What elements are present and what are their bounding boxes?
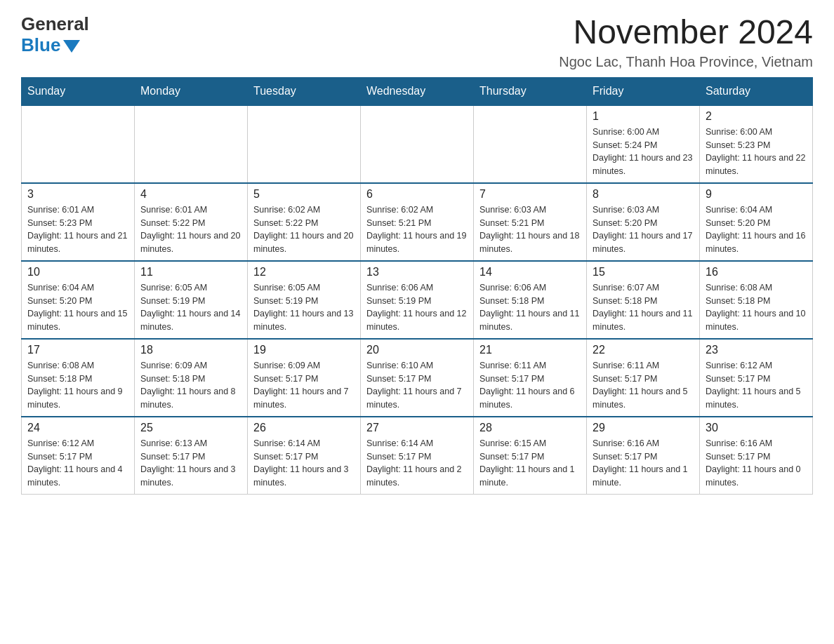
day-number: 30 — [706, 422, 807, 434]
calendar-cell: 15Sunrise: 6:07 AM Sunset: 5:18 PM Dayli… — [587, 261, 700, 339]
day-number: 1 — [593, 110, 694, 123]
day-info: Sunrise: 6:04 AM Sunset: 5:20 PM Dayligh… — [706, 203, 807, 256]
day-number: 21 — [479, 344, 581, 356]
logo: General Blue — [21, 14, 89, 56]
day-number: 15 — [593, 266, 694, 279]
calendar-cell: 3Sunrise: 6:01 AM Sunset: 5:23 PM Daylig… — [22, 183, 135, 261]
day-info: Sunrise: 6:03 AM Sunset: 5:21 PM Dayligh… — [479, 203, 581, 256]
calendar-cell: 11Sunrise: 6:05 AM Sunset: 5:19 PM Dayli… — [135, 261, 248, 339]
days-header-row: SundayMondayTuesdayWednesdayThursdayFrid… — [22, 77, 813, 105]
day-number: 6 — [366, 188, 468, 201]
week-row-3: 10Sunrise: 6:04 AM Sunset: 5:20 PM Dayli… — [22, 261, 813, 339]
day-number: 14 — [479, 266, 581, 279]
day-number: 10 — [27, 266, 128, 279]
day-number: 5 — [253, 188, 355, 201]
calendar-cell: 28Sunrise: 6:15 AM Sunset: 5:17 PM Dayli… — [474, 417, 587, 495]
day-info: Sunrise: 6:14 AM Sunset: 5:17 PM Dayligh… — [366, 437, 468, 490]
day-number: 29 — [593, 422, 694, 434]
day-info: Sunrise: 6:08 AM Sunset: 5:18 PM Dayligh… — [27, 359, 128, 412]
calendar-cell: 21Sunrise: 6:11 AM Sunset: 5:17 PM Dayli… — [474, 339, 587, 417]
calendar-cell: 9Sunrise: 6:04 AM Sunset: 5:20 PM Daylig… — [700, 183, 813, 261]
day-info: Sunrise: 6:06 AM Sunset: 5:18 PM Dayligh… — [479, 281, 581, 334]
day-info: Sunrise: 6:06 AM Sunset: 5:19 PM Dayligh… — [366, 281, 468, 334]
day-number: 18 — [140, 344, 241, 356]
calendar-cell: 16Sunrise: 6:08 AM Sunset: 5:18 PM Dayli… — [700, 261, 813, 339]
calendar-cell — [22, 105, 135, 183]
calendar-cell: 24Sunrise: 6:12 AM Sunset: 5:17 PM Dayli… — [22, 417, 135, 495]
calendar-cell — [474, 105, 587, 183]
day-header-monday: Monday — [135, 77, 248, 105]
calendar-cell: 22Sunrise: 6:11 AM Sunset: 5:17 PM Dayli… — [587, 339, 700, 417]
day-number: 2 — [706, 110, 807, 123]
day-number: 8 — [593, 188, 694, 201]
day-header-friday: Friday — [587, 77, 700, 105]
title-area: November 2024 Ngoc Lac, Thanh Hoa Provin… — [559, 14, 813, 70]
day-number: 23 — [706, 344, 807, 356]
day-number: 25 — [140, 422, 241, 434]
day-info: Sunrise: 6:09 AM Sunset: 5:17 PM Dayligh… — [253, 359, 355, 412]
day-header-tuesday: Tuesday — [248, 77, 361, 105]
day-info: Sunrise: 6:01 AM Sunset: 5:22 PM Dayligh… — [140, 203, 241, 256]
calendar-cell: 29Sunrise: 6:16 AM Sunset: 5:17 PM Dayli… — [587, 417, 700, 495]
day-number: 12 — [253, 266, 355, 279]
week-row-4: 17Sunrise: 6:08 AM Sunset: 5:18 PM Dayli… — [22, 339, 813, 417]
day-info: Sunrise: 6:09 AM Sunset: 5:18 PM Dayligh… — [140, 359, 241, 412]
calendar-cell: 30Sunrise: 6:16 AM Sunset: 5:17 PM Dayli… — [700, 417, 813, 495]
calendar-cell: 10Sunrise: 6:04 AM Sunset: 5:20 PM Dayli… — [22, 261, 135, 339]
day-number: 16 — [706, 266, 807, 279]
day-info: Sunrise: 6:00 AM Sunset: 5:23 PM Dayligh… — [706, 126, 807, 178]
day-info: Sunrise: 6:04 AM Sunset: 5:20 PM Dayligh… — [27, 281, 128, 334]
day-info: Sunrise: 6:07 AM Sunset: 5:18 PM Dayligh… — [593, 281, 694, 334]
header: General Blue November 2024 Ngoc Lac, Tha… — [21, 14, 813, 70]
day-number: 3 — [27, 188, 128, 201]
day-number: 11 — [140, 266, 241, 279]
day-number: 26 — [253, 422, 355, 434]
day-info: Sunrise: 6:13 AM Sunset: 5:17 PM Dayligh… — [140, 437, 241, 490]
calendar-cell: 19Sunrise: 6:09 AM Sunset: 5:17 PM Dayli… — [248, 339, 361, 417]
calendar-cell: 14Sunrise: 6:06 AM Sunset: 5:18 PM Dayli… — [474, 261, 587, 339]
calendar-cell: 1Sunrise: 6:00 AM Sunset: 5:24 PM Daylig… — [587, 105, 700, 183]
day-info: Sunrise: 6:02 AM Sunset: 5:21 PM Dayligh… — [366, 203, 468, 256]
logo-blue-text: Blue — [21, 34, 60, 56]
calendar-cell: 23Sunrise: 6:12 AM Sunset: 5:17 PM Dayli… — [700, 339, 813, 417]
location-title: Ngoc Lac, Thanh Hoa Province, Vietnam — [559, 54, 813, 70]
calendar-table: SundayMondayTuesdayWednesdayThursdayFrid… — [21, 77, 813, 495]
calendar-cell: 18Sunrise: 6:09 AM Sunset: 5:18 PM Dayli… — [135, 339, 248, 417]
day-number: 22 — [593, 344, 694, 356]
day-info: Sunrise: 6:05 AM Sunset: 5:19 PM Dayligh… — [253, 281, 355, 334]
day-info: Sunrise: 6:05 AM Sunset: 5:19 PM Dayligh… — [140, 281, 241, 334]
calendar-cell: 2Sunrise: 6:00 AM Sunset: 5:23 PM Daylig… — [700, 105, 813, 183]
calendar-cell — [135, 105, 248, 183]
day-number: 17 — [27, 344, 128, 356]
day-number: 20 — [366, 344, 468, 356]
calendar-cell: 26Sunrise: 6:14 AM Sunset: 5:17 PM Dayli… — [248, 417, 361, 495]
calendar-cell — [248, 105, 361, 183]
day-number: 19 — [253, 344, 355, 356]
day-number: 28 — [479, 422, 581, 434]
day-info: Sunrise: 6:16 AM Sunset: 5:17 PM Dayligh… — [706, 437, 807, 490]
calendar-cell: 17Sunrise: 6:08 AM Sunset: 5:18 PM Dayli… — [22, 339, 135, 417]
calendar-cell: 5Sunrise: 6:02 AM Sunset: 5:22 PM Daylig… — [248, 183, 361, 261]
day-info: Sunrise: 6:02 AM Sunset: 5:22 PM Dayligh… — [253, 203, 355, 256]
day-info: Sunrise: 6:12 AM Sunset: 5:17 PM Dayligh… — [706, 359, 807, 412]
day-number: 9 — [706, 188, 807, 201]
day-info: Sunrise: 6:01 AM Sunset: 5:23 PM Dayligh… — [27, 203, 128, 256]
calendar-cell: 27Sunrise: 6:14 AM Sunset: 5:17 PM Dayli… — [361, 417, 474, 495]
calendar-cell — [361, 105, 474, 183]
day-info: Sunrise: 6:16 AM Sunset: 5:17 PM Dayligh… — [593, 437, 694, 490]
day-header-saturday: Saturday — [700, 77, 813, 105]
calendar-cell: 7Sunrise: 6:03 AM Sunset: 5:21 PM Daylig… — [474, 183, 587, 261]
day-header-thursday: Thursday — [474, 77, 587, 105]
day-info: Sunrise: 6:12 AM Sunset: 5:17 PM Dayligh… — [27, 437, 128, 490]
logo-general-text: General — [21, 14, 89, 34]
calendar-cell: 8Sunrise: 6:03 AM Sunset: 5:20 PM Daylig… — [587, 183, 700, 261]
calendar-cell: 13Sunrise: 6:06 AM Sunset: 5:19 PM Dayli… — [361, 261, 474, 339]
day-info: Sunrise: 6:08 AM Sunset: 5:18 PM Dayligh… — [706, 281, 807, 334]
calendar-cell: 12Sunrise: 6:05 AM Sunset: 5:19 PM Dayli… — [248, 261, 361, 339]
day-info: Sunrise: 6:11 AM Sunset: 5:17 PM Dayligh… — [479, 359, 581, 412]
day-info: Sunrise: 6:03 AM Sunset: 5:20 PM Dayligh… — [593, 203, 694, 256]
logo-triangle-icon — [63, 40, 80, 53]
day-info: Sunrise: 6:00 AM Sunset: 5:24 PM Dayligh… — [593, 126, 694, 178]
day-header-sunday: Sunday — [22, 77, 135, 105]
month-title: November 2024 — [559, 14, 813, 51]
